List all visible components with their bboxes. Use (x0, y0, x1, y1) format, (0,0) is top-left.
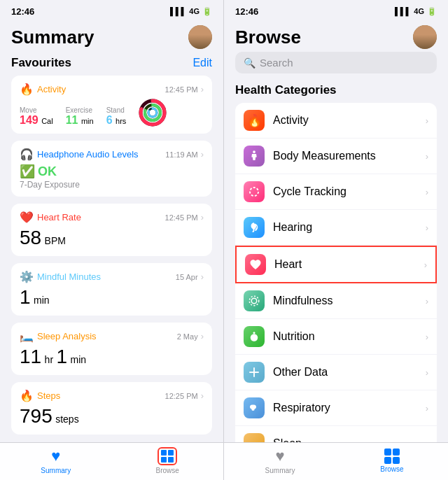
activity-stats: Move 149 Cal Exercise 11 min Stand (20, 99, 204, 127)
body-icon-svg (248, 150, 260, 162)
right-scroll: Browse 🔍 Search Health Categories 🔥 Acti… (224, 20, 448, 442)
svg-point-10 (251, 334, 258, 341)
respiratory-cat-icon (244, 397, 265, 418)
tab-summary-left[interactable]: ♥ Summary (0, 447, 112, 474)
browse-tab-label-left: Browse (156, 467, 179, 474)
sleep-title-row: 🛏️ Sleep Analysis (20, 330, 97, 343)
activity-ring (139, 99, 167, 127)
cycle-icon-svg (248, 185, 260, 198)
right-summary-tab-label: Summary (265, 467, 295, 474)
right-time: 12:46 (235, 6, 258, 17)
browse-grid-dot-2 (393, 449, 400, 456)
stand-stat: Stand 6 hrs (106, 106, 127, 127)
sleep-unit1: hr (45, 354, 53, 365)
browse-dot-3 (161, 457, 167, 463)
right-signal-icon: ▌▌▌ (395, 7, 411, 15)
browse-tab-icon-right (384, 449, 400, 464)
summary-tab-label: Summary (41, 467, 71, 474)
move-unit: Cal (41, 117, 53, 125)
activity-title-row: 🔥 Activity (20, 83, 66, 96)
heart-cat-name: Heart (274, 258, 424, 271)
heart-cat-icon (245, 254, 266, 275)
browse-tab-box (158, 447, 177, 465)
mindful-unit: min (34, 295, 50, 306)
cat-item-sleep[interactable]: 🛏️ Sleep › (235, 426, 437, 442)
hearing-cat-chevron: › (426, 223, 428, 233)
browse-grid-icon (161, 450, 174, 463)
cat-item-activity[interactable]: 🔥 Activity › (235, 103, 437, 139)
sleep-unit2: min (71, 354, 87, 365)
signal-icon: ▌▌▌ (170, 7, 186, 15)
other-cat-icon (244, 362, 265, 383)
sleep-chevron: › (201, 331, 204, 341)
summary-header: Summary (11, 20, 212, 52)
battery-icon: 🔋 (202, 7, 212, 16)
respiratory-icon-svg (248, 402, 260, 414)
right-network-badge: 4G (414, 7, 424, 15)
mindful-icon: ⚙️ (20, 270, 34, 283)
right-browse-tab-label: Browse (380, 465, 403, 473)
tab-browse-left[interactable]: Browse (112, 447, 224, 474)
cat-item-cycle[interactable]: Cycle Tracking › (235, 174, 437, 210)
cat-item-nutrition[interactable]: Nutrition › (235, 319, 437, 355)
sleep-header: 🛏️ Sleep Analysis 2 May › (20, 330, 204, 343)
stand-label: Stand (106, 106, 127, 114)
favourites-label: Favourites (11, 56, 71, 70)
search-bar[interactable]: 🔍 Search (235, 52, 437, 73)
sleep-cat-icon: 🛏️ (244, 433, 265, 442)
mindfulness-cat-name: Mindfulness (273, 295, 426, 307)
cat-item-other[interactable]: Other Data › (235, 355, 437, 390)
favourites-section-header: Favourites Edit (11, 56, 212, 70)
left-tab-bar: ♥ Summary Browse (0, 442, 223, 480)
sleep-value2: 1 (57, 346, 68, 367)
heart-rate-card[interactable]: ❤️ Heart Rate 12:45 PM › 58 BPM (11, 204, 212, 256)
cat-item-hearing[interactable]: Hearing › (235, 210, 437, 246)
right-avatar (413, 25, 437, 49)
cycle-cat-icon (244, 181, 265, 202)
other-cat-name: Other Data (273, 366, 426, 379)
activity-cat-icon: 🔥 (244, 110, 265, 131)
other-cat-chevron: › (426, 367, 428, 378)
activity-card[interactable]: 🔥 Activity 12:45 PM › Move 149 Cal (11, 76, 212, 134)
checkmark-icon: ✅ (20, 164, 35, 179)
sleep-value-row: 11 hr 1 min (20, 346, 204, 368)
headphone-icon: 🎧 (20, 148, 34, 161)
left-status-bar: 12:46 ▌▌▌ 4G 🔋 (0, 0, 223, 20)
heart-rate-value-row: 58 BPM (20, 227, 204, 249)
heart-rate-unit: BPM (45, 235, 66, 246)
cat-item-body[interactable]: Body Measurements › (235, 139, 437, 174)
activity-cat-name: Activity (273, 114, 426, 127)
tab-summary-right[interactable]: ♥ Summary (224, 447, 336, 474)
stand-unit: hrs (115, 117, 126, 125)
avatar (188, 25, 212, 49)
body-cat-chevron: › (426, 151, 428, 162)
cycle-cat-name: Cycle Tracking (273, 185, 426, 198)
mindful-title-row: ⚙️ Mindful Minutes (20, 270, 101, 283)
tab-browse-right[interactable]: Browse (336, 447, 448, 474)
cat-item-respiratory[interactable]: Respiratory › (235, 390, 437, 426)
headphone-card[interactable]: 🎧 Headphone Audio Levels 11:19 AM › ✅ OK… (11, 141, 212, 197)
mindful-card[interactable]: ⚙️ Mindful Minutes 15 Apr › 1 min (11, 263, 212, 316)
cat-item-mindfulness[interactable]: Mindfulness › (235, 283, 437, 319)
activity-time: 12:45 PM (165, 85, 198, 94)
heart-cat-chevron: › (424, 260, 427, 270)
browse-grid-dot-4 (393, 457, 400, 464)
mindful-value: 1 (20, 286, 31, 308)
browse-dot-4 (168, 457, 174, 463)
left-status-icons: ▌▌▌ 4G 🔋 (170, 7, 212, 16)
steps-title: Steps (37, 390, 60, 401)
activity-card-header: 🔥 Activity 12:45 PM › (20, 83, 204, 96)
right-tab-bar: ♥ Summary Browse (224, 442, 448, 480)
exercise-value: 11 (66, 114, 78, 126)
steps-card[interactable]: 🔥 Steps 12:25 PM › 795 steps (11, 382, 212, 435)
heart-rate-title: Heart Rate (37, 212, 81, 223)
headphone-title-row: 🎧 Headphone Audio Levels (20, 148, 139, 161)
cat-item-heart[interactable]: Heart › (235, 246, 437, 283)
edit-button[interactable]: Edit (192, 57, 212, 69)
activity-icon-symbol: 🔥 (247, 113, 262, 128)
health-categories-title: Health Categories (235, 83, 437, 97)
mindful-title: Mindful Minutes (37, 271, 101, 282)
respiratory-cat-chevron: › (426, 403, 428, 414)
sleep-card[interactable]: 🛏️ Sleep Analysis 2 May › 11 hr 1 min (11, 323, 212, 375)
mindfulness-cat-icon (244, 290, 265, 311)
